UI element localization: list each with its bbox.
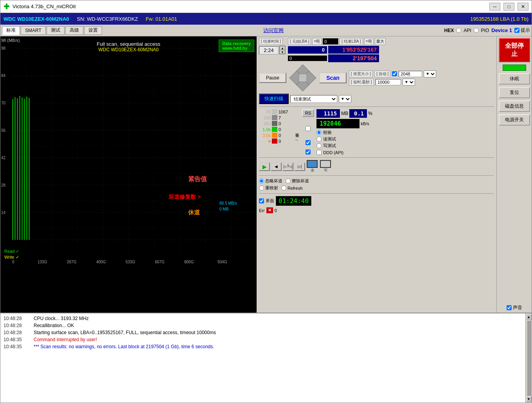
auto-checkbox[interactable] xyxy=(392,71,397,76)
tab-advanced[interactable]: 高级 xyxy=(65,26,83,35)
svg-text:休道: 休道 xyxy=(188,209,200,216)
speed-display-section: 1115 MB 0.1 % 192046 kB/s 校验 xyxy=(316,109,494,155)
svg-text:紧告值: 紧告值 xyxy=(188,176,207,182)
data-recovery-box: Data recovery www.hdd.by xyxy=(219,40,254,52)
time-input-row: ▲ ▼ xyxy=(259,46,286,54)
tabs-row: 标准 SMART 测试 高级 设置 访问官网 HEX API PIO Devic… xyxy=(0,25,532,36)
ignore-bad-radio[interactable] xyxy=(259,178,264,184)
hint-checkbox-label[interactable]: 提示 xyxy=(514,27,530,34)
wipe-bad-label[interactable]: 擦除坏道 xyxy=(286,178,309,184)
tab-standard[interactable]: 标准 xyxy=(2,26,20,35)
action-dropdown[interactable]: ▼ xyxy=(339,95,351,103)
drive-fw: Fw: 01.01A01 xyxy=(146,16,177,22)
timeout-row: [ 短时,毫秒 ] ▼ xyxy=(349,79,436,86)
remap-label[interactable]: 重映射 xyxy=(259,185,278,191)
skip-back-button[interactable]: ▷?◁ xyxy=(282,162,293,171)
app-icon: ✚ xyxy=(4,2,9,11)
maximize-button[interactable]: □ xyxy=(503,3,514,11)
verify-radio-label[interactable]: 校验 xyxy=(316,130,494,135)
api-radio[interactable] xyxy=(474,28,479,33)
power-button[interactable]: 电源开关 xyxy=(499,114,530,126)
scroll-down-button[interactable]: ▼ xyxy=(526,396,532,402)
eq-btn2[interactable]: =司 xyxy=(364,38,374,45)
test-mode-radios: 校验 读测试 写测试 xyxy=(316,130,494,149)
close-button[interactable]: ✕ xyxy=(518,3,528,11)
time-spin-down[interactable]: ▼ xyxy=(280,50,285,54)
svg-text:88.5 MB/s: 88.5 MB/s xyxy=(219,201,237,205)
tab-test[interactable]: 测试 xyxy=(47,26,65,35)
log-time-1: 10:48:28 xyxy=(4,323,29,328)
refresh-radio[interactable] xyxy=(281,185,286,191)
time-spin-up[interactable]: ▲ xyxy=(280,46,285,50)
reset-button[interactable]: 复位 xyxy=(499,87,530,98)
sound-checkbox-label[interactable]: 声音 xyxy=(507,304,522,311)
sound-label: 声音 xyxy=(513,304,522,311)
rs-check1[interactable] xyxy=(302,126,314,131)
time-input[interactable] xyxy=(259,46,279,54)
drive-lba: 1953525168 LBA (1.0 Tb) xyxy=(470,16,528,22)
svg-text:42: 42 xyxy=(1,156,6,160)
timeout-input[interactable] xyxy=(376,79,401,85)
ignore-bad-label[interactable]: 忽略坏道 xyxy=(259,178,282,184)
play-button[interactable]: ▶ xyxy=(259,162,270,171)
tab-settings[interactable]: 设置 xyxy=(84,26,102,35)
write-test-label: 写测试 xyxy=(323,143,336,149)
stat-3s-label: 3.0s xyxy=(259,133,271,138)
pause-button[interactable]: Pause xyxy=(259,73,286,83)
rs-check2[interactable] xyxy=(302,140,314,145)
sleep-button[interactable]: 休眠 xyxy=(499,73,530,85)
svg-text:Read ✓: Read ✓ xyxy=(4,249,19,254)
drive-sn: SN: WD-WCC3FRX66DKZ xyxy=(77,16,138,22)
block-size-input[interactable] xyxy=(399,71,422,77)
lba-min-input[interactable] xyxy=(323,38,338,45)
ddd-checkbox-label[interactable]: DDD (API) xyxy=(316,150,494,155)
svg-rect-0 xyxy=(0,36,257,255)
graph-area: 98 84 70 56 42 28 14 0 133G 267G xyxy=(0,36,257,313)
scroll-up-button[interactable]: ▲ xyxy=(526,314,532,320)
remap-radio[interactable] xyxy=(259,185,264,191)
svg-rect-23 xyxy=(29,98,30,240)
rs-button[interactable]: RS xyxy=(302,109,314,117)
disk-info-button[interactable]: 磁盘信息 xyxy=(499,101,530,112)
refresh-label[interactable]: Refresh xyxy=(281,185,303,191)
scan-button[interactable]: Scan xyxy=(319,72,347,83)
start-lba-value: 0 xyxy=(288,46,327,54)
timeout-select[interactable]: ▼ xyxy=(403,79,415,86)
hex-radio[interactable] xyxy=(456,28,461,33)
hint-checkbox[interactable] xyxy=(514,28,519,33)
eq-btn[interactable]: =司 xyxy=(312,38,322,45)
ignore-wipe-row: 忽略坏道 擦除坏道 xyxy=(259,178,494,184)
action-select[interactable]: 结束测试 xyxy=(290,95,337,103)
interface-checkbox-row[interactable]: 界面 xyxy=(259,198,274,204)
svg-text:0 MB: 0 MB xyxy=(219,207,229,211)
read-test-radio-label[interactable]: 读测试 xyxy=(316,136,494,142)
read-test-radio[interactable] xyxy=(316,137,322,142)
max-btn[interactable]: 最大 xyxy=(375,38,386,45)
write-test-radio[interactable] xyxy=(316,143,322,148)
scroll-thumb[interactable] xyxy=(527,320,531,396)
read-icon[interactable]: 读 xyxy=(307,160,318,173)
stop-all-button[interactable]: 全部停止 xyxy=(499,38,530,62)
percent-unit: % xyxy=(368,111,372,116)
wipe-bad-radio[interactable] xyxy=(286,178,291,184)
ddd-checkbox[interactable] xyxy=(316,150,322,155)
tab-smart[interactable]: SMART xyxy=(21,26,46,35)
skip-end-button[interactable]: ▷| xyxy=(294,162,305,171)
back-button[interactable]: ◀ xyxy=(271,162,282,171)
svg-rect-16 xyxy=(12,99,13,240)
minimize-button[interactable]: ─ xyxy=(489,3,500,11)
verify-radio[interactable] xyxy=(316,130,322,135)
current-lba-input: 0 xyxy=(288,56,327,61)
write-test-radio-label[interactable]: 写测试 xyxy=(316,143,494,149)
playback-row: ▶ ◀ ▷?◁ ▷| 读 写 xyxy=(259,160,494,173)
title-bar: ✚ Victoria 4.73b_CN_miCROit ─ □ ✕ xyxy=(0,0,532,13)
log-entry-4: 10:48:35 *** Scan results: no warnings, … xyxy=(4,343,522,350)
interface-checkbox[interactable] xyxy=(259,198,264,203)
write-icon[interactable]: 写 xyxy=(320,160,331,173)
rs-check3[interactable] xyxy=(302,149,314,155)
sound-checkbox[interactable] xyxy=(507,305,512,310)
block-size-select[interactable]: ▼ xyxy=(424,70,436,77)
divider3 xyxy=(259,175,494,176)
quick-scan-button[interactable]: 快速扫描 xyxy=(259,94,289,104)
visit-link[interactable]: 访问官网 xyxy=(263,27,284,34)
